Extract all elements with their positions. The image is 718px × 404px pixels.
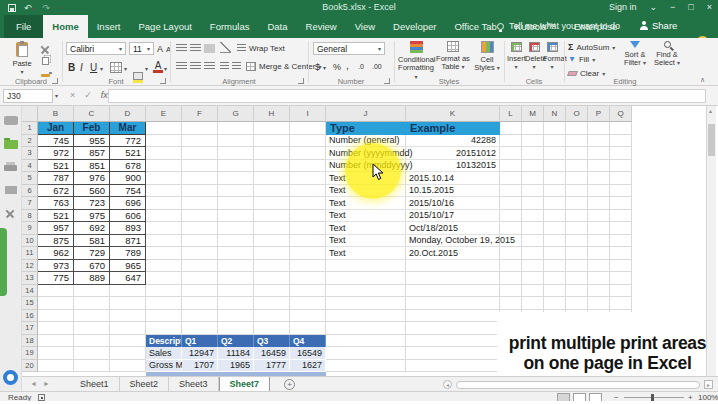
right-table-example-cell[interactable]: Monday, October 19, 2015 xyxy=(406,235,500,248)
number-format-select[interactable]: General▾ xyxy=(313,42,385,55)
decrease-decimal-button[interactable]: .00 xyxy=(372,63,382,70)
bottom-table-header-q3[interactable]: Q3 xyxy=(254,335,290,348)
row-header-12[interactable]: 12 xyxy=(22,260,38,273)
left-table-cell[interactable]: 973 xyxy=(38,260,74,273)
col-header-b[interactable]: B xyxy=(38,106,74,122)
cell-styles-button[interactable]: CellStyles ▾ xyxy=(472,41,502,73)
bottom-table-cell[interactable]: 1707 xyxy=(182,360,218,373)
row-header-5[interactable]: 5 xyxy=(22,172,38,185)
bottom-table-header-descriptio[interactable]: Descriptio xyxy=(146,335,182,348)
cancel-icon[interactable]: × xyxy=(70,90,75,100)
minimize-icon[interactable]: − xyxy=(670,2,675,12)
format-cells-button[interactable]: Format▾ xyxy=(543,42,561,72)
row-header-10[interactable]: 10 xyxy=(22,235,38,248)
left-table-cell[interactable]: 763 xyxy=(38,197,74,210)
col-header-c[interactable]: C xyxy=(74,106,110,122)
col-header-d[interactable]: D xyxy=(110,106,146,122)
borders-dropdown[interactable]: ▾ xyxy=(124,65,127,72)
right-table-example-cell[interactable]: 42288 xyxy=(406,135,500,148)
left-table-cell[interactable]: 965 xyxy=(110,260,146,273)
col-header-q[interactable]: Q xyxy=(610,106,632,122)
increase-indent-icon[interactable] xyxy=(232,62,241,71)
col-header-p[interactable]: P xyxy=(588,106,610,122)
formula-input[interactable] xyxy=(108,89,706,103)
share-button[interactable]: Share xyxy=(640,20,677,31)
restore-icon[interactable]: □ xyxy=(688,2,693,12)
bottom-table-cell[interactable]: Sales xyxy=(146,347,182,360)
row-header-7[interactable]: 7 xyxy=(22,197,38,210)
right-table-type-cell[interactable]: Text xyxy=(326,222,406,235)
row-header-18[interactable]: 18 xyxy=(22,335,38,348)
left-table-cell[interactable]: 696 xyxy=(110,197,146,210)
bottom-table-cell[interactable]: 1627 xyxy=(290,360,326,373)
sheet-tab-sheet1[interactable]: Sheet1 xyxy=(70,377,120,392)
right-table-example-cell[interactable]: 2015/10/16 xyxy=(406,197,500,210)
left-table-cell[interactable]: 672 xyxy=(38,185,74,198)
italic-button[interactable]: I xyxy=(80,62,83,73)
align-center-icon[interactable] xyxy=(190,62,201,71)
col-header-m[interactable]: M xyxy=(522,106,544,122)
zoom-slider-track[interactable] xyxy=(624,397,684,398)
row-header-6[interactable]: 6 xyxy=(22,185,38,198)
row-header-13[interactable]: 13 xyxy=(22,272,38,285)
right-table-example-cell[interactable]: 2015.10.14 xyxy=(406,172,500,185)
alignment-dialog-launcher-icon[interactable] xyxy=(298,78,304,84)
col-header-l[interactable]: L xyxy=(500,106,522,122)
currency-button[interactable]: $▾ xyxy=(315,62,326,72)
row-header-16[interactable]: 16 xyxy=(22,310,38,323)
merge-center-button[interactable]: Merge & Center ▾ xyxy=(246,62,321,71)
col-header-j[interactable]: J xyxy=(326,106,406,122)
window-thumbnail-icon[interactable] xyxy=(4,116,18,125)
sort-filter-button[interactable]: Sort &Filter ▾ xyxy=(620,41,650,68)
scissors-tool-icon[interactable] xyxy=(5,208,15,218)
left-table-cell[interactable]: 745 xyxy=(38,135,74,148)
insert-cells-button[interactable]: Insert▾ xyxy=(507,42,525,72)
col-header-h[interactable]: H xyxy=(254,106,290,122)
borders-icon[interactable] xyxy=(110,62,122,73)
font-family-select[interactable]: Calibri▾ xyxy=(66,42,126,55)
right-table-example-cell[interactable]: 10132015 xyxy=(406,160,500,173)
left-table-cell[interactable]: 729 xyxy=(74,247,110,260)
ribbon-tab-developer[interactable]: Developer xyxy=(384,15,445,38)
left-table-header-jan[interactable]: Jan xyxy=(38,122,74,135)
format-as-table-button[interactable]: Format asTable ▾ xyxy=(436,41,470,72)
right-table-header-example[interactable]: Example xyxy=(406,122,500,135)
bottom-table-cell[interactable]: 11184 xyxy=(218,347,254,360)
left-table-cell[interactable]: 692 xyxy=(74,222,110,235)
row-header-3[interactable]: 3 xyxy=(22,147,38,160)
left-table-cell[interactable]: 893 xyxy=(110,222,146,235)
left-table-cell[interactable]: 900 xyxy=(110,172,146,185)
align-left-icon[interactable] xyxy=(176,62,187,71)
clipboard-dialog-launcher-icon[interactable] xyxy=(52,78,58,84)
grow-font-button[interactable]: A xyxy=(157,44,163,54)
left-table-cell[interactable]: 521 xyxy=(38,210,74,223)
col-header-g[interactable]: G xyxy=(218,106,254,122)
align-bottom-icon[interactable] xyxy=(204,44,215,53)
ribbon-tab-view[interactable]: View xyxy=(346,15,384,38)
left-table-cell[interactable]: 606 xyxy=(110,210,146,223)
col-header-e[interactable]: E xyxy=(146,106,182,122)
left-table-cell[interactable]: 775 xyxy=(38,272,74,285)
ribbon-tab-review[interactable]: Review xyxy=(297,15,346,38)
number-dialog-launcher-icon[interactable] xyxy=(384,78,390,84)
bottom-table-cell[interactable]: 12947 xyxy=(182,347,218,360)
left-table-cell[interactable]: 972 xyxy=(38,147,74,160)
font-dialog-launcher-icon[interactable] xyxy=(160,78,166,84)
left-table-cell[interactable]: 723 xyxy=(74,197,110,210)
paste-button[interactable]: Paste▾ xyxy=(8,42,36,77)
row-header-1[interactable]: 1 xyxy=(22,122,38,135)
ribbon-tab-home[interactable]: Home xyxy=(43,15,87,38)
sheet-tab-sheet2[interactable]: Sheet2 xyxy=(120,377,170,392)
orientation-icon[interactable] xyxy=(220,42,231,53)
right-table-example-cell[interactable]: 10.15.2015 xyxy=(406,185,500,198)
bottom-table-cell[interactable]: 16549 xyxy=(290,347,326,360)
sign-in-button[interactable]: Sign in xyxy=(609,2,637,12)
left-table-cell[interactable]: 521 xyxy=(38,160,74,173)
bottom-table-cell[interactable]: 1777 xyxy=(254,360,290,373)
right-table-example-cell[interactable]: 20151012 xyxy=(406,147,500,160)
right-table-type-cell[interactable]: Text xyxy=(326,235,406,248)
left-table-cell[interactable]: 857 xyxy=(74,147,110,160)
left-table-cell[interactable]: 962 xyxy=(38,247,74,260)
stop-icon[interactable] xyxy=(5,186,17,194)
right-table-example-cell[interactable]: Oct/18/2015 xyxy=(406,222,500,235)
